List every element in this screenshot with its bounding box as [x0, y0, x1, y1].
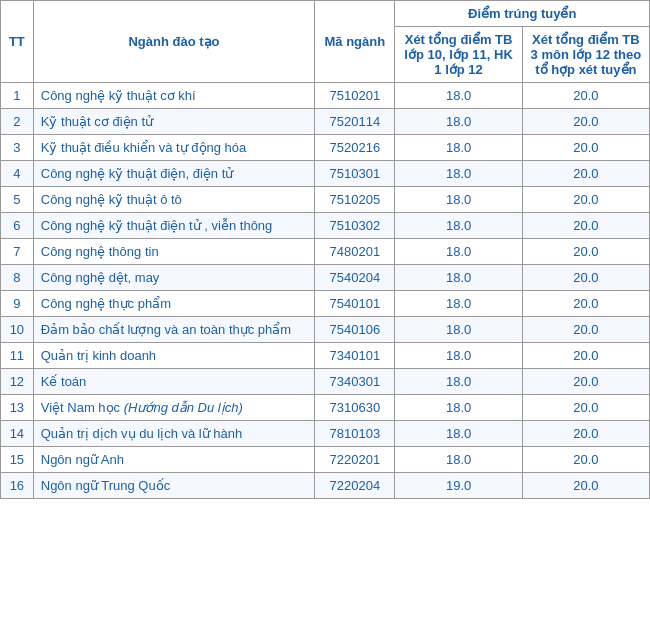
header-tt: TT — [1, 1, 34, 83]
table-row: 9Công nghệ thực phẩm754010118.020.0 — [1, 291, 650, 317]
cell-ma-nganh: 7480201 — [315, 239, 395, 265]
cell-ma-nganh: 7340301 — [315, 369, 395, 395]
cell-score2: 20.0 — [522, 317, 649, 343]
header-nganh: Ngành đào tạo — [33, 1, 314, 83]
cell-tt: 16 — [1, 473, 34, 499]
cell-score2: 20.0 — [522, 83, 649, 109]
cell-ma-nganh: 7510201 — [315, 83, 395, 109]
table-row: 14Quản trị dịch vụ du lịch và lữ hành781… — [1, 421, 650, 447]
table-row: 3Kỹ thuật điều khiển và tự động hóa75202… — [1, 135, 650, 161]
cell-score1: 18.0 — [395, 317, 522, 343]
table-row: 5Công nghệ kỹ thuật ô tô751020518.020.0 — [1, 187, 650, 213]
cell-score1: 18.0 — [395, 83, 522, 109]
table-row: 16Ngôn ngữ Trung Quốc722020419.020.0 — [1, 473, 650, 499]
cell-score2: 20.0 — [522, 187, 649, 213]
cell-nganh: Ngôn ngữ Anh — [33, 447, 314, 473]
cell-ma-nganh: 7220201 — [315, 447, 395, 473]
cell-score2: 20.0 — [522, 447, 649, 473]
cell-score2: 20.0 — [522, 395, 649, 421]
cell-tt: 6 — [1, 213, 34, 239]
cell-score2: 20.0 — [522, 109, 649, 135]
cell-tt: 12 — [1, 369, 34, 395]
cell-score1: 18.0 — [395, 291, 522, 317]
cell-ma-nganh: 7520114 — [315, 109, 395, 135]
cell-nganh: Ngôn ngữ Trung Quốc — [33, 473, 314, 499]
cell-score1: 19.0 — [395, 473, 522, 499]
cell-nganh: Công nghệ dệt, may — [33, 265, 314, 291]
cell-score1: 18.0 — [395, 395, 522, 421]
cell-nganh: Quản trị kinh doanh — [33, 343, 314, 369]
cell-score2: 20.0 — [522, 265, 649, 291]
cell-nganh: Kế toán — [33, 369, 314, 395]
table-row: 12Kế toán734030118.020.0 — [1, 369, 650, 395]
header-col2: Xét tổng điểm TB 3 môn lớp 12 theo tổ hợ… — [522, 27, 649, 83]
cell-nganh: Quản trị dịch vụ du lịch và lữ hành — [33, 421, 314, 447]
cell-score1: 18.0 — [395, 109, 522, 135]
cell-ma-nganh: 7510302 — [315, 213, 395, 239]
cell-ma-nganh: 7510301 — [315, 161, 395, 187]
cell-score1: 18.0 — [395, 239, 522, 265]
cell-nganh: Kỹ thuật cơ điện tử — [33, 109, 314, 135]
table-row: 6Công nghệ kỹ thuật điện tử , viễn thông… — [1, 213, 650, 239]
table-row: 4Công nghệ kỹ thuật điện, điện tử7510301… — [1, 161, 650, 187]
cell-ma-nganh: 7510205 — [315, 187, 395, 213]
cell-ma-nganh: 7340101 — [315, 343, 395, 369]
cell-score1: 18.0 — [395, 187, 522, 213]
cell-tt: 7 — [1, 239, 34, 265]
cell-score1: 18.0 — [395, 343, 522, 369]
table-row: 8Công nghệ dệt, may754020418.020.0 — [1, 265, 650, 291]
cell-tt: 11 — [1, 343, 34, 369]
cell-tt: 4 — [1, 161, 34, 187]
table-row: 7Công nghệ thông tin748020118.020.0 — [1, 239, 650, 265]
cell-ma-nganh: 7520216 — [315, 135, 395, 161]
cell-nganh: Công nghệ thông tin — [33, 239, 314, 265]
cell-nganh: Công nghệ kỹ thuật điện tử , viễn thông — [33, 213, 314, 239]
cell-nganh: Kỹ thuật điều khiển và tự động hóa — [33, 135, 314, 161]
cell-nganh: Công nghệ kỹ thuật cơ khí — [33, 83, 314, 109]
cell-score1: 18.0 — [395, 265, 522, 291]
admission-table: TT Ngành đào tạo Mã ngành Điểm trúng tuy… — [0, 0, 650, 499]
table-row: 15Ngôn ngữ Anh722020118.020.0 — [1, 447, 650, 473]
cell-ma-nganh: 7810103 — [315, 421, 395, 447]
header-diem-trung-tuyen: Điểm trúng tuyển — [395, 1, 650, 27]
cell-ma-nganh: 7540106 — [315, 317, 395, 343]
table-row: 1Công nghệ kỹ thuật cơ khí751020118.020.… — [1, 83, 650, 109]
table-row: 2Kỹ thuật cơ điện tử752011418.020.0 — [1, 109, 650, 135]
cell-tt: 1 — [1, 83, 34, 109]
header-col1: Xét tổng điểm TB lớp 10, lớp 11, HK 1 lớ… — [395, 27, 522, 83]
cell-ma-nganh: 7540204 — [315, 265, 395, 291]
cell-tt: 2 — [1, 109, 34, 135]
cell-score1: 18.0 — [395, 161, 522, 187]
cell-score1: 18.0 — [395, 135, 522, 161]
cell-tt: 9 — [1, 291, 34, 317]
cell-tt: 14 — [1, 421, 34, 447]
cell-score2: 20.0 — [522, 291, 649, 317]
cell-ma-nganh: 7540101 — [315, 291, 395, 317]
header-ma-nganh: Mã ngành — [315, 1, 395, 83]
table-row: 10Đảm bảo chất lượng và an toàn thực phẩ… — [1, 317, 650, 343]
table-row: 11Quản trị kinh doanh734010118.020.0 — [1, 343, 650, 369]
cell-score2: 20.0 — [522, 213, 649, 239]
cell-nganh: Công nghệ kỹ thuật điện, điện tử — [33, 161, 314, 187]
cell-nganh: Việt Nam học (Hướng dẫn Du lịch) — [33, 395, 314, 421]
table-row: 13Việt Nam học (Hướng dẫn Du lịch)731063… — [1, 395, 650, 421]
cell-score1: 18.0 — [395, 421, 522, 447]
cell-tt: 8 — [1, 265, 34, 291]
cell-tt: 15 — [1, 447, 34, 473]
cell-tt: 10 — [1, 317, 34, 343]
cell-score2: 20.0 — [522, 473, 649, 499]
cell-tt: 5 — [1, 187, 34, 213]
cell-ma-nganh: 7310630 — [315, 395, 395, 421]
cell-score1: 18.0 — [395, 447, 522, 473]
cell-tt: 13 — [1, 395, 34, 421]
cell-score2: 20.0 — [522, 343, 649, 369]
cell-score2: 20.0 — [522, 239, 649, 265]
cell-tt: 3 — [1, 135, 34, 161]
cell-nganh: Đảm bảo chất lượng và an toàn thực phẩm — [33, 317, 314, 343]
cell-score1: 18.0 — [395, 369, 522, 395]
cell-score1: 18.0 — [395, 213, 522, 239]
cell-score2: 20.0 — [522, 161, 649, 187]
cell-ma-nganh: 7220204 — [315, 473, 395, 499]
cell-nganh: Công nghệ kỹ thuật ô tô — [33, 187, 314, 213]
cell-score2: 20.0 — [522, 135, 649, 161]
